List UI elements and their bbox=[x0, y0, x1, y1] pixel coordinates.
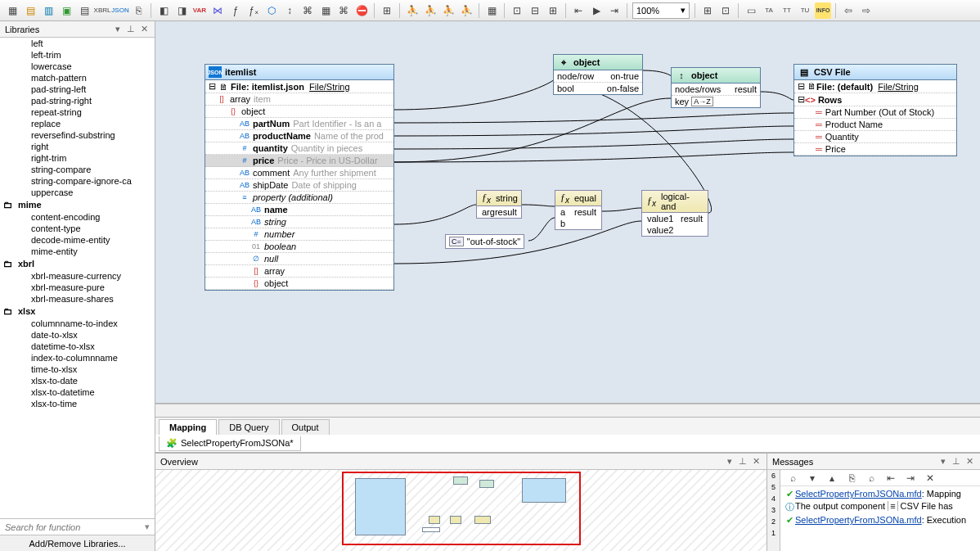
tb-icon[interactable]: ⇤ bbox=[570, 2, 587, 19]
source-tree-item[interactable]: []arrayitem bbox=[205, 93, 393, 106]
tb-icon[interactable]: ⛹ bbox=[440, 2, 456, 19]
tb-icon[interactable]: ⊡ bbox=[717, 2, 734, 19]
tb-icon[interactable]: ▦ bbox=[4, 2, 20, 19]
nav-fwd-icon[interactable]: ⇨ bbox=[858, 2, 874, 19]
panel-pin-icon[interactable]: ⊥ bbox=[125, 24, 137, 34]
tb-icon[interactable]: ƒₓ bbox=[245, 2, 262, 19]
tb-icon[interactable]: ↕ bbox=[281, 2, 298, 19]
library-function-item[interactable]: right bbox=[0, 141, 155, 152]
sort-component[interactable]: ↕object nodes/rowsresult key A→Z bbox=[671, 67, 761, 108]
library-group-header[interactable]: 🗀xbrl bbox=[0, 257, 155, 270]
panel-close-icon[interactable]: ✕ bbox=[750, 456, 762, 467]
zoom-combo[interactable]: 100%▾ bbox=[632, 2, 690, 19]
tb-icon[interactable]: ▤ bbox=[22, 2, 38, 19]
tb-icon[interactable]: VAR bbox=[191, 2, 208, 19]
source-tree-item[interactable]: {}object bbox=[205, 278, 393, 290]
tb-icon[interactable]: ▶ bbox=[588, 2, 605, 19]
messages-list[interactable]: ✔SelectPropertyFromJSONa.mfd: MappingⓘTh… bbox=[780, 486, 980, 551]
library-function-item[interactable]: reversefind-substring bbox=[0, 129, 155, 141]
source-tree-item[interactable]: []array bbox=[205, 265, 393, 278]
tb-icon[interactable]: ⛹ bbox=[404, 2, 420, 19]
tb-icon[interactable]: TT bbox=[779, 2, 795, 19]
msg-tool-icon[interactable]: ⌕ bbox=[863, 470, 879, 486]
tab-dbquery[interactable]: DB Query bbox=[218, 419, 279, 435]
sort-order-button[interactable]: A→Z bbox=[691, 97, 713, 106]
library-search-input[interactable] bbox=[0, 519, 140, 535]
panel-dropdown-icon[interactable]: ▾ bbox=[724, 456, 735, 467]
tb-icon[interactable]: ⬡ bbox=[263, 2, 280, 19]
canvas-h-scrollbar[interactable] bbox=[155, 404, 980, 417]
panel-close-icon[interactable]: ✕ bbox=[138, 24, 150, 34]
messages-vertical-tabs[interactable]: 654321 bbox=[767, 470, 780, 551]
library-function-item[interactable]: left-trim bbox=[0, 49, 155, 61]
library-function-item[interactable]: xlsx-to-time bbox=[0, 398, 155, 409]
tb-icon[interactable]: ▦ bbox=[483, 2, 500, 19]
library-function-item[interactable]: columnname-to-index bbox=[0, 318, 155, 329]
tb-icon[interactable]: ◧ bbox=[155, 2, 172, 19]
library-function-item[interactable]: decode-mime-entity bbox=[0, 234, 155, 246]
tb-icon[interactable]: ƒ bbox=[227, 2, 244, 19]
panel-dropdown-icon[interactable]: ▾ bbox=[937, 456, 949, 467]
library-function-item[interactable]: xlsx-to-date bbox=[0, 375, 155, 386]
filter-component[interactable]: ⌖object node/rowon-true boolon-false bbox=[553, 54, 643, 95]
target-field-item[interactable]: ═Part Number (Out of Stock) bbox=[794, 106, 956, 119]
msg-tool-icon[interactable]: ⎘ bbox=[843, 470, 860, 486]
source-tree-item[interactable]: {}object bbox=[205, 106, 393, 118]
library-function-item[interactable]: replace bbox=[0, 118, 155, 129]
tb-icon[interactable]: ▣ bbox=[58, 2, 74, 19]
mapping-canvas[interactable]: JSONitemlist ⊟🗎 File: itemlist.json File… bbox=[155, 21, 980, 404]
tb-icon[interactable]: ◨ bbox=[173, 2, 190, 19]
tb-icon[interactable]: ⊡ bbox=[509, 2, 525, 19]
tb-icon[interactable]: ⎘ bbox=[130, 2, 146, 19]
libraries-tree[interactable]: leftleft-trimlowercasematch-patternpad-s… bbox=[0, 38, 155, 518]
fn-logical-and[interactable]: ƒxlogical-and value1result value2 bbox=[641, 190, 708, 237]
target-field-item[interactable]: ═Quantity bbox=[794, 131, 956, 143]
tab-mapping[interactable]: Mapping bbox=[159, 419, 217, 435]
source-tree-item[interactable]: ABstring bbox=[205, 216, 393, 228]
source-tree-item[interactable]: 01boolean bbox=[205, 241, 393, 253]
msg-tool-icon[interactable]: ▾ bbox=[804, 470, 820, 486]
target-field-item[interactable]: ═Product Name bbox=[794, 119, 956, 131]
fn-string[interactable]: ƒxstring argresult bbox=[476, 190, 522, 219]
library-function-item[interactable]: content-encoding bbox=[0, 211, 155, 223]
constant-box[interactable]: C= "out-of-stock" bbox=[445, 234, 524, 249]
msg-tool-icon[interactable]: ▴ bbox=[824, 470, 840, 486]
target-file-mode[interactable]: File/String bbox=[878, 82, 919, 92]
tb-icon[interactable]: ⊞ bbox=[545, 2, 561, 19]
source-tree-item[interactable]: ABname bbox=[205, 204, 393, 216]
source-component[interactable]: JSONitemlist ⊟🗎 File: itemlist.json File… bbox=[205, 64, 394, 291]
library-function-item[interactable]: pad-string-right bbox=[0, 95, 155, 106]
library-function-item[interactable]: right-trim bbox=[0, 152, 155, 164]
doc-tab[interactable]: 🧩 SelectPropertyFromJSONa* bbox=[159, 436, 301, 451]
tb-icon[interactable]: ▦ bbox=[317, 2, 334, 19]
panel-dropdown-icon[interactable]: ▾ bbox=[112, 24, 124, 34]
library-function-item[interactable]: string-compare bbox=[0, 164, 155, 175]
tb-icon[interactable]: ⌘ bbox=[299, 2, 316, 19]
source-tree-item[interactable]: ABshipDateDate of shipping bbox=[205, 179, 393, 192]
fn-equal[interactable]: ƒxequal aresult b bbox=[555, 190, 602, 230]
library-function-item[interactable]: datetime-to-xlsx bbox=[0, 341, 155, 352]
library-function-item[interactable]: lowercase bbox=[0, 61, 155, 72]
library-function-item[interactable]: uppercase bbox=[0, 187, 155, 198]
library-function-item[interactable]: pad-string-left bbox=[0, 84, 155, 95]
target-field-item[interactable]: ═Price bbox=[794, 143, 956, 156]
source-tree-item[interactable]: ABpartNumPart Identifier - Is an a bbox=[205, 118, 393, 130]
library-function-item[interactable]: match-pattern bbox=[0, 72, 155, 84]
library-function-item[interactable]: string-compare-ignore-ca bbox=[0, 175, 155, 187]
library-function-item[interactable]: xbrl-measure-pure bbox=[0, 282, 155, 293]
message-item[interactable]: ⓘThe output component ≡ CSV File has bbox=[784, 500, 977, 514]
source-tree-item[interactable]: ≡property (additional) bbox=[205, 192, 393, 204]
library-function-item[interactable]: repeat-string bbox=[0, 106, 155, 118]
library-function-item[interactable]: content-type bbox=[0, 223, 155, 234]
library-function-item[interactable]: xbrl-measure-shares bbox=[0, 293, 155, 305]
nav-back-icon[interactable]: ⇦ bbox=[840, 2, 856, 19]
file-mode-link[interactable]: File/String bbox=[309, 82, 350, 92]
source-tree-item[interactable]: ∅null bbox=[205, 253, 393, 265]
msg-tool-icon[interactable]: ⌕ bbox=[784, 470, 801, 486]
source-tree-item[interactable]: ABcommentAny further shipment bbox=[205, 167, 393, 179]
msg-tool-icon[interactable]: ✕ bbox=[922, 470, 938, 486]
library-function-item[interactable]: xlsx-to-datetime bbox=[0, 386, 155, 398]
library-function-item[interactable]: date-to-xlsx bbox=[0, 329, 155, 341]
tb-icon[interactable]: XBRL bbox=[94, 2, 110, 19]
panel-pin-icon[interactable]: ⊥ bbox=[951, 456, 962, 467]
